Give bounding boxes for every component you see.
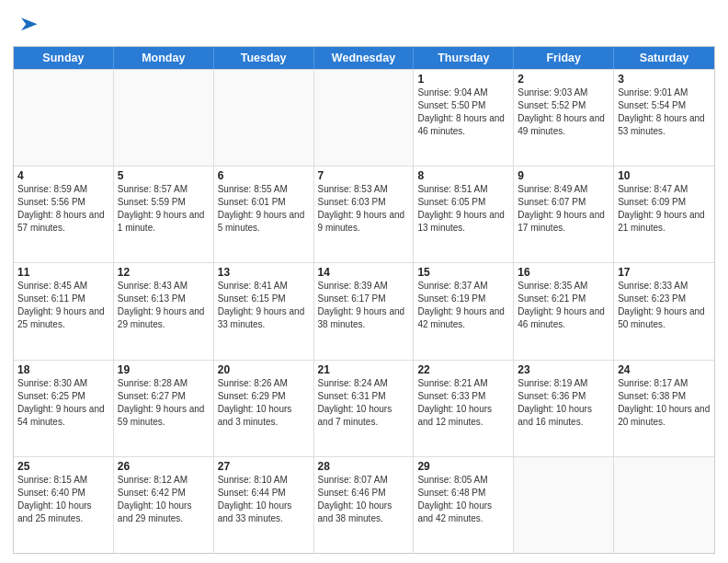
calendar-day-28: 28Sunrise: 8:07 AM Sunset: 6:46 PM Dayli… — [314, 457, 415, 553]
day-info: Sunrise: 9:04 AM Sunset: 5:50 PM Dayligh… — [417, 86, 509, 138]
day-info: Sunrise: 8:35 AM Sunset: 6:21 PM Dayligh… — [518, 280, 609, 331]
col-saturday: Saturday — [614, 47, 714, 69]
calendar-empty-cell — [514, 457, 614, 553]
day-number: 24 — [618, 363, 711, 376]
calendar-day-14: 14Sunrise: 8:39 AM Sunset: 6:17 PM Dayli… — [314, 263, 415, 359]
calendar-empty-cell — [114, 70, 214, 166]
day-number: 11 — [17, 266, 109, 279]
day-info: Sunrise: 8:21 AM Sunset: 6:33 PM Dayligh… — [417, 377, 509, 429]
calendar-day-12: 12Sunrise: 8:43 AM Sunset: 6:13 PM Dayli… — [114, 263, 214, 359]
day-number: 15 — [417, 266, 509, 279]
calendar-day-22: 22Sunrise: 8:21 AM Sunset: 6:33 PM Dayli… — [414, 361, 514, 456]
calendar-week-3: 11Sunrise: 8:45 AM Sunset: 6:11 PM Dayli… — [14, 262, 714, 359]
day-info: Sunrise: 8:15 AM Sunset: 6:40 PM Dayligh… — [17, 474, 109, 525]
calendar-day-25: 25Sunrise: 8:15 AM Sunset: 6:40 PM Dayli… — [14, 457, 114, 553]
calendar-day-19: 19Sunrise: 8:28 AM Sunset: 6:27 PM Dayli… — [114, 361, 214, 456]
day-info: Sunrise: 8:19 AM Sunset: 6:36 PM Dayligh… — [518, 377, 609, 429]
day-number: 18 — [17, 363, 109, 376]
day-number: 17 — [618, 266, 711, 279]
calendar-empty-cell — [614, 457, 714, 553]
day-info: Sunrise: 8:07 AM Sunset: 6:46 PM Dayligh… — [318, 474, 410, 525]
calendar-day-8: 8Sunrise: 8:51 AM Sunset: 6:05 PM Daylig… — [414, 167, 514, 262]
page: Sunday Monday Tuesday Wednesday Thursday… — [0, 0, 728, 563]
day-info: Sunrise: 8:33 AM Sunset: 6:23 PM Dayligh… — [618, 280, 711, 331]
calendar-header-row: Sunday Monday Tuesday Wednesday Thursday… — [14, 47, 714, 69]
day-number: 10 — [618, 169, 711, 182]
calendar-day-20: 20Sunrise: 8:26 AM Sunset: 6:29 PM Dayli… — [214, 361, 314, 456]
day-info: Sunrise: 8:39 AM Sunset: 6:17 PM Dayligh… — [318, 280, 410, 331]
day-info: Sunrise: 9:03 AM Sunset: 5:52 PM Dayligh… — [518, 86, 609, 138]
day-info: Sunrise: 8:10 AM Sunset: 6:44 PM Dayligh… — [218, 474, 310, 525]
day-number: 5 — [118, 169, 210, 182]
day-number: 3 — [618, 73, 711, 86]
calendar-empty-cell — [214, 70, 314, 166]
header — [13, 9, 715, 39]
day-number: 9 — [518, 169, 609, 182]
calendar-day-11: 11Sunrise: 8:45 AM Sunset: 6:11 PM Dayli… — [14, 263, 114, 359]
day-number: 1 — [417, 73, 509, 86]
calendar-day-18: 18Sunrise: 8:30 AM Sunset: 6:25 PM Dayli… — [14, 361, 114, 456]
day-info: Sunrise: 8:47 AM Sunset: 6:09 PM Dayligh… — [618, 183, 711, 235]
calendar-day-15: 15Sunrise: 8:37 AM Sunset: 6:19 PM Dayli… — [414, 263, 514, 359]
day-number: 2 — [518, 73, 609, 86]
calendar-day-24: 24Sunrise: 8:17 AM Sunset: 6:38 PM Dayli… — [614, 361, 714, 456]
calendar-day-5: 5Sunrise: 8:57 AM Sunset: 5:59 PM Daylig… — [114, 167, 214, 262]
calendar-day-10: 10Sunrise: 8:47 AM Sunset: 6:09 PM Dayli… — [614, 167, 714, 262]
day-number: 28 — [318, 460, 410, 473]
day-number: 4 — [17, 169, 109, 182]
col-sunday: Sunday — [14, 47, 114, 69]
calendar-day-26: 26Sunrise: 8:12 AM Sunset: 6:42 PM Dayli… — [114, 457, 214, 553]
day-info: Sunrise: 8:30 AM Sunset: 6:25 PM Dayligh… — [17, 377, 109, 429]
calendar-day-3: 3Sunrise: 9:01 AM Sunset: 5:54 PM Daylig… — [614, 70, 714, 166]
day-number: 26 — [118, 460, 210, 473]
day-info: Sunrise: 8:57 AM Sunset: 5:59 PM Dayligh… — [118, 183, 210, 235]
day-info: Sunrise: 8:59 AM Sunset: 5:56 PM Dayligh… — [17, 183, 109, 235]
calendar-week-2: 4Sunrise: 8:59 AM Sunset: 5:56 PM Daylig… — [14, 166, 714, 262]
calendar: Sunday Monday Tuesday Wednesday Thursday… — [13, 46, 715, 554]
day-number: 29 — [417, 460, 509, 473]
day-number: 12 — [118, 266, 210, 279]
col-monday: Monday — [114, 47, 214, 69]
calendar-week-5: 25Sunrise: 8:15 AM Sunset: 6:40 PM Dayli… — [14, 456, 714, 553]
day-info: Sunrise: 8:55 AM Sunset: 6:01 PM Dayligh… — [218, 183, 310, 235]
day-number: 7 — [318, 169, 410, 182]
calendar-week-4: 18Sunrise: 8:30 AM Sunset: 6:25 PM Dayli… — [14, 360, 714, 456]
calendar-day-16: 16Sunrise: 8:35 AM Sunset: 6:21 PM Dayli… — [514, 263, 614, 359]
day-number: 23 — [518, 363, 609, 376]
calendar-day-13: 13Sunrise: 8:41 AM Sunset: 6:15 PM Dayli… — [214, 263, 314, 359]
day-info: Sunrise: 9:01 AM Sunset: 5:54 PM Dayligh… — [618, 86, 711, 138]
calendar-day-17: 17Sunrise: 8:33 AM Sunset: 6:23 PM Dayli… — [614, 263, 714, 359]
day-info: Sunrise: 8:49 AM Sunset: 6:07 PM Dayligh… — [518, 183, 609, 235]
calendar-day-1: 1Sunrise: 9:04 AM Sunset: 5:50 PM Daylig… — [414, 70, 514, 166]
svg-marker-0 — [21, 17, 38, 30]
calendar-day-4: 4Sunrise: 8:59 AM Sunset: 5:56 PM Daylig… — [14, 167, 114, 262]
day-number: 13 — [218, 266, 310, 279]
calendar-day-27: 27Sunrise: 8:10 AM Sunset: 6:44 PM Dayli… — [214, 457, 314, 553]
calendar-day-6: 6Sunrise: 8:55 AM Sunset: 6:01 PM Daylig… — [214, 167, 314, 262]
day-number: 8 — [417, 169, 509, 182]
calendar-day-29: 29Sunrise: 8:05 AM Sunset: 6:48 PM Dayli… — [414, 457, 514, 553]
day-info: Sunrise: 8:51 AM Sunset: 6:05 PM Dayligh… — [417, 183, 509, 235]
calendar-empty-cell — [314, 70, 415, 166]
calendar-day-7: 7Sunrise: 8:53 AM Sunset: 6:03 PM Daylig… — [314, 167, 415, 262]
logo — [13, 13, 40, 39]
day-info: Sunrise: 8:41 AM Sunset: 6:15 PM Dayligh… — [218, 280, 310, 331]
col-thursday: Thursday — [414, 47, 514, 69]
calendar-day-23: 23Sunrise: 8:19 AM Sunset: 6:36 PM Dayli… — [514, 361, 614, 456]
day-info: Sunrise: 8:17 AM Sunset: 6:38 PM Dayligh… — [618, 377, 711, 429]
calendar-empty-cell — [14, 70, 114, 166]
calendar-day-2: 2Sunrise: 9:03 AM Sunset: 5:52 PM Daylig… — [514, 70, 614, 166]
day-info: Sunrise: 8:28 AM Sunset: 6:27 PM Dayligh… — [118, 377, 210, 429]
calendar-body: 1Sunrise: 9:04 AM Sunset: 5:50 PM Daylig… — [14, 69, 714, 553]
day-number: 22 — [417, 363, 509, 376]
day-number: 14 — [318, 266, 410, 279]
day-info: Sunrise: 8:43 AM Sunset: 6:13 PM Dayligh… — [118, 280, 210, 331]
day-number: 27 — [218, 460, 310, 473]
day-info: Sunrise: 8:45 AM Sunset: 6:11 PM Dayligh… — [17, 280, 109, 331]
day-info: Sunrise: 8:05 AM Sunset: 6:48 PM Dayligh… — [417, 474, 509, 525]
day-info: Sunrise: 8:26 AM Sunset: 6:29 PM Dayligh… — [218, 377, 310, 429]
calendar-day-9: 9Sunrise: 8:49 AM Sunset: 6:07 PM Daylig… — [514, 167, 614, 262]
day-info: Sunrise: 8:53 AM Sunset: 6:03 PM Dayligh… — [318, 183, 410, 235]
day-info: Sunrise: 8:24 AM Sunset: 6:31 PM Dayligh… — [318, 377, 410, 429]
day-info: Sunrise: 8:37 AM Sunset: 6:19 PM Dayligh… — [417, 280, 509, 331]
